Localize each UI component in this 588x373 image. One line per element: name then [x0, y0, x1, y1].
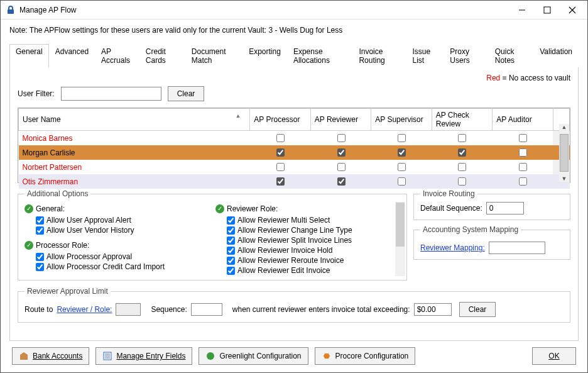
option-item[interactable]: Allow Reviewer Change Line Type	[227, 226, 400, 235]
options-scrollbar[interactable]	[395, 202, 405, 276]
reviewer-role-field[interactable]	[116, 303, 141, 316]
default-sequence-input[interactable]	[486, 202, 524, 214]
role-checkbox[interactable]	[398, 134, 406, 142]
role-checkbox[interactable]	[337, 134, 346, 142]
role-checkbox[interactable]	[458, 148, 466, 157]
manage-entry-fields-button[interactable]: Manage Entry Fields	[95, 347, 192, 365]
tab-issue-list[interactable]: Issue List	[406, 44, 444, 67]
option-checkbox[interactable]	[227, 237, 235, 245]
scroll-up-icon[interactable]: ▲	[559, 124, 569, 130]
scroll-down-icon[interactable]: ▼	[559, 175, 569, 182]
invoice-routing-legend: Invoice Routing	[420, 189, 477, 198]
svg-marker-12	[324, 354, 330, 359]
option-checkbox[interactable]	[227, 247, 235, 255]
column-header[interactable]: User Name	[19, 109, 250, 131]
column-header[interactable]: AP Processor	[250, 109, 310, 131]
grid-scrollbar[interactable]: ▲ ▼	[559, 124, 569, 182]
table-row[interactable]: Monica Barnes	[19, 131, 570, 146]
role-checkbox[interactable]	[398, 148, 406, 157]
greenlight-icon	[205, 351, 215, 361]
role-checkbox[interactable]	[519, 148, 527, 157]
role-checkbox[interactable]	[276, 163, 285, 171]
role-checkbox[interactable]	[519, 177, 527, 186]
close-button[interactable]	[560, 1, 585, 19]
option-item[interactable]: Allow Reviewer Split Invoice Lines	[227, 236, 400, 245]
greenlight-config-label: Greenlight Configuration	[219, 352, 301, 360]
table-row[interactable]: Norbert Pattersen	[19, 160, 570, 174]
role-checkbox[interactable]	[337, 148, 346, 157]
role-checkbox[interactable]	[276, 148, 285, 157]
option-checkbox[interactable]	[36, 216, 44, 225]
role-checkbox[interactable]	[398, 177, 406, 186]
procore-config-button[interactable]: Procore Configuration	[315, 347, 416, 365]
tab-validation[interactable]: Validation	[533, 44, 579, 67]
tab-credit-cards[interactable]: Credit Cards	[139, 44, 185, 67]
option-item[interactable]: Allow Reviewer Multi Select	[227, 216, 400, 225]
reviewer-role-link[interactable]: Reviewer / Role:	[57, 305, 112, 314]
role-checkbox[interactable]	[458, 134, 466, 142]
reviewer-mapping-link[interactable]: Reviewer Mapping:	[420, 243, 485, 252]
maximize-button[interactable]	[535, 1, 560, 19]
greenlight-config-button[interactable]: Greenlight Configuration	[199, 347, 308, 365]
role-checkbox[interactable]	[398, 163, 406, 171]
minimize-button[interactable]	[509, 1, 535, 19]
option-checkbox[interactable]	[227, 267, 235, 275]
processor-header: ✓ Processor Role:	[24, 241, 209, 250]
checkbox-cell	[493, 160, 553, 174]
role-checkbox[interactable]	[276, 177, 285, 186]
tab-invoice-routing[interactable]: Invoice Routing	[352, 44, 406, 67]
option-checkbox[interactable]	[227, 226, 235, 235]
amount-input[interactable]	[414, 303, 452, 316]
tab-exporting[interactable]: Exporting	[242, 44, 287, 67]
tab-document-match[interactable]: Document Match	[185, 44, 242, 67]
column-header[interactable]: AP Supervisor	[371, 109, 432, 131]
tab-quick-notes[interactable]: Quick Notes	[489, 44, 533, 67]
sequence-input[interactable]	[191, 303, 222, 316]
tab-ap-accruals[interactable]: AP Accruals	[95, 44, 139, 67]
column-header[interactable]: AP Auditor	[493, 109, 553, 131]
sequence-label: Sequence:	[151, 305, 187, 314]
tab-advanced[interactable]: Advanced	[49, 44, 95, 67]
option-checkbox[interactable]	[36, 226, 44, 235]
user-filter-clear-button[interactable]: Clear	[168, 86, 205, 101]
option-label: Allow Reviewer Split Invoice Lines	[237, 236, 352, 245]
option-checkbox[interactable]	[36, 263, 44, 271]
table-row[interactable]: Morgan Carlisle	[19, 145, 570, 160]
option-item[interactable]: Allow Processor Approval	[36, 252, 209, 261]
reviewer-approval-limit-group: Reviewer Approval Limit Route to Reviewe…	[18, 287, 570, 323]
tab-expense-allocations[interactable]: Expense Allocations	[287, 44, 353, 67]
option-checkbox[interactable]	[227, 257, 235, 265]
option-checkbox[interactable]	[36, 253, 44, 261]
scroll-thumb[interactable]	[560, 134, 569, 172]
tab-proxy-users[interactable]: Proxy Users	[444, 44, 488, 67]
role-checkbox[interactable]	[519, 134, 527, 142]
ok-button[interactable]: OK	[532, 347, 576, 365]
user-filter-input[interactable]	[61, 87, 161, 101]
option-item[interactable]: Allow User Vendor History	[36, 226, 209, 235]
scroll-thumb[interactable]	[396, 203, 405, 247]
reviewer-limit-clear-button[interactable]: Clear	[459, 302, 496, 317]
column-header[interactable]: AP Reviewer	[310, 109, 371, 131]
role-checkbox[interactable]	[276, 134, 285, 142]
general-header-label: General:	[36, 204, 65, 213]
option-checkbox[interactable]	[227, 216, 235, 225]
option-item[interactable]: Allow Reviewer Invoice Hold	[227, 246, 400, 255]
bank-accounts-label: Bank Accounts	[33, 352, 82, 360]
reviewer-mapping-input[interactable]	[489, 242, 545, 254]
option-item[interactable]: Allow Reviewer Reroute Invoice	[227, 256, 400, 265]
role-checkbox[interactable]	[337, 177, 346, 186]
checkbox-cell	[250, 145, 310, 160]
role-checkbox[interactable]	[458, 177, 466, 186]
role-checkbox[interactable]	[519, 163, 527, 171]
column-header[interactable]: AP Check Review	[432, 109, 492, 131]
role-checkbox[interactable]	[458, 163, 466, 171]
option-item[interactable]: Allow User Approval Alert	[36, 216, 209, 225]
svg-rect-2	[544, 7, 550, 13]
table-row[interactable]: Otis Zimmerman	[19, 174, 570, 189]
option-item[interactable]: Allow Processor Credit Card Import	[36, 262, 209, 271]
tab-general[interactable]: General	[9, 44, 49, 67]
checkbox-cell	[432, 145, 492, 160]
role-checkbox[interactable]	[337, 163, 346, 171]
bank-accounts-button[interactable]: Bank Accounts	[12, 347, 89, 365]
option-item[interactable]: Allow Reviewer Edit Invoice	[227, 266, 400, 275]
